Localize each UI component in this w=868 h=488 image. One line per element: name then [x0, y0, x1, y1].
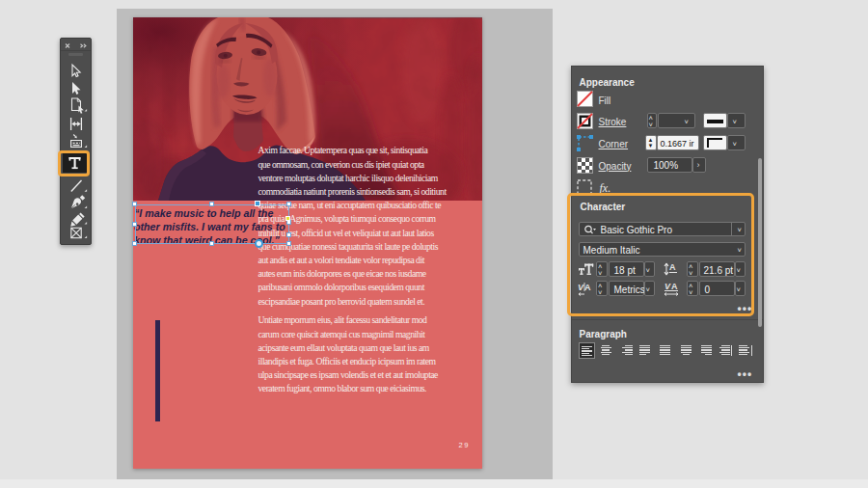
svg-text:V: V — [665, 282, 671, 291]
svg-text:V: V — [578, 283, 584, 292]
svg-text:A: A — [671, 282, 678, 291]
svg-text:A: A — [584, 283, 591, 292]
svg-text:A: A — [669, 262, 676, 272]
